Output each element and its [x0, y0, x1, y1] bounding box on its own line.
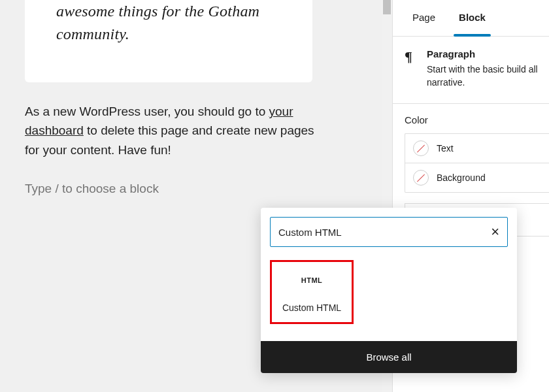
search-results: HTML Custom HTML [261, 256, 517, 341]
none-swatch-icon [413, 170, 429, 186]
block-result-label: Custom HTML [281, 302, 342, 313]
scrollbar-thumb[interactable] [383, 0, 391, 14]
tab-page[interactable]: Page [401, 0, 447, 36]
sidebar-tabs: Page Block [393, 0, 549, 37]
browse-all-button[interactable]: Browse all [261, 341, 517, 373]
clear-search-icon[interactable]: × [491, 225, 499, 239]
block-search-input[interactable] [278, 227, 491, 238]
color-background-label: Background [437, 172, 486, 183]
color-text-label: Text [437, 143, 454, 154]
block-inserter-popover: × HTML Custom HTML Browse all [261, 208, 517, 373]
search-box: × [270, 217, 508, 247]
paragraph-icon: ¶ [405, 48, 423, 64]
quote-text[interactable]: awesome things for the Gotham community. [56, 0, 294, 46]
color-text-row[interactable]: Text [405, 134, 549, 163]
paragraph-text-pre: As a new WordPress user, you should go t… [25, 105, 269, 118]
paragraph-block[interactable]: As a new WordPress user, you should go t… [25, 102, 332, 159]
html-block-icon: HTML [281, 276, 342, 284]
block-type-title: Paragraph [427, 48, 539, 59]
tab-block[interactable]: Block [447, 0, 497, 36]
block-result-custom-html[interactable]: HTML Custom HTML [270, 260, 354, 324]
color-background-row[interactable]: Background [405, 163, 549, 192]
color-settings: Text Background [405, 133, 549, 193]
quote-block-card: awesome things for the Gotham community. [25, 0, 312, 82]
color-section-title: Color [393, 104, 549, 133]
block-type-description: Start with the basic build all narrative… [427, 63, 539, 89]
empty-block-placeholder[interactable]: Type / to choose a block [25, 182, 159, 196]
block-info: ¶ Paragraph Start with the basic build a… [393, 37, 549, 104]
none-swatch-icon [413, 140, 429, 156]
